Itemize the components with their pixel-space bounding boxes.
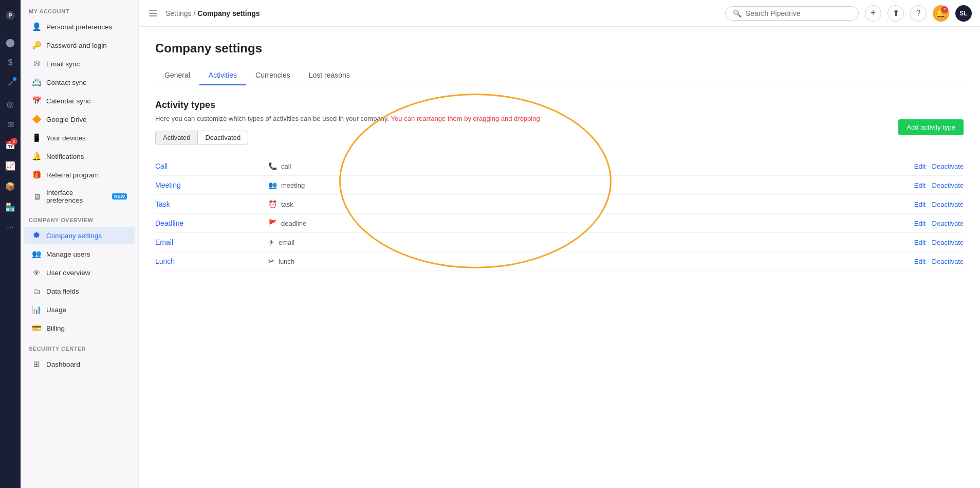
table-row: Call 📞 call Edit - Deactivate — [155, 157, 964, 176]
sidebar-label-notifications: Notifications — [46, 153, 84, 160]
sidebar-item-email-sync[interactable]: ✉ Email sync — [24, 55, 135, 73]
deactivate-deadline-link[interactable]: Deactivate — [932, 220, 964, 227]
activity-icon-email: ✈ email — [268, 238, 914, 246]
edit-call-link[interactable]: Edit — [914, 162, 926, 170]
sidebar-label-interface-preferences: Interface preferences — [46, 189, 105, 204]
contacts-icon[interactable]: ◎ — [1, 95, 20, 113]
sidebar-item-user-overview[interactable]: 👁 User overview — [24, 264, 135, 281]
company-overview-label: COMPANY OVERVIEW — [21, 209, 138, 226]
activity-name-email[interactable]: Email — [155, 238, 268, 246]
sidebar-label-google-drive: Google Drive — [46, 116, 87, 123]
sidebar-item-contact-sync[interactable]: 📇 Contact sync — [24, 74, 135, 91]
search-input[interactable] — [746, 9, 851, 17]
tab-general[interactable]: General — [155, 66, 199, 85]
activity-name-meeting[interactable]: Meeting — [155, 181, 268, 189]
sidebar-label-dashboard: Dashboard — [46, 360, 80, 368]
activity-name-lunch[interactable]: Lunch — [155, 257, 268, 265]
sidebar-item-data-fields[interactable]: 🗂 Data fields — [24, 282, 135, 300]
manage-users-icon: 👥 — [32, 249, 41, 259]
activity-actions-lunch: Edit - Deactivate — [914, 258, 964, 265]
sidebar-label-email-sync: Email sync — [46, 60, 80, 68]
hamburger-menu[interactable] — [147, 8, 159, 19]
notifications-button[interactable]: 🔔 2 — [933, 5, 949, 22]
sidebar: MY ACCOUNT 👤 Personal preferences 🔑 Pass… — [21, 0, 139, 488]
edit-email-link[interactable]: Edit — [914, 239, 926, 246]
tab-currencies[interactable]: Currencies — [246, 66, 300, 85]
search-box[interactable]: 🔍 — [725, 6, 859, 21]
logo-icon[interactable]: P — [1, 6, 20, 25]
page-title: Company settings — [155, 41, 964, 56]
sidebar-item-notifications[interactable]: 🔔 Notifications — [24, 148, 135, 165]
lunch-icon: ✂ — [268, 257, 274, 265]
toggle-deactivated[interactable]: Deactivated — [197, 131, 248, 144]
tab-lost-reasons[interactable]: Lost reasons — [300, 66, 359, 85]
meeting-icon: 👥 — [268, 181, 277, 189]
sidebar-item-usage[interactable]: 📊 Usage — [24, 301, 135, 318]
activity-name-deadline[interactable]: Deadline — [155, 219, 268, 227]
deactivate-meeting-link[interactable]: Deactivate — [932, 182, 964, 189]
table-row: Lunch ✂ lunch Edit - Deactivate — [155, 252, 964, 271]
tab-activities[interactable]: Activities — [199, 66, 246, 85]
sidebar-item-google-drive[interactable]: 🔶 Google Drive — [24, 111, 135, 128]
add-button[interactable]: + — [865, 5, 881, 22]
activity-icon-task: ⏰ task — [268, 200, 914, 208]
activity-icon-call: 📞 call — [268, 162, 914, 170]
activities-rail-icon[interactable]: ✓ — [1, 74, 20, 93]
edit-task-link[interactable]: Edit — [914, 201, 926, 208]
calendar-rail-icon[interactable]: 📅 2 — [1, 136, 20, 154]
avatar[interactable]: SL — [955, 5, 972, 22]
deactivate-task-link[interactable]: Deactivate — [932, 201, 964, 208]
sidebar-item-interface-preferences[interactable]: 🖥 Interface preferences NEW — [24, 185, 135, 208]
share-icon[interactable]: ⬆ — [887, 5, 904, 22]
deals-icon[interactable]: $ — [1, 53, 20, 72]
my-account-label: MY ACCOUNT — [21, 0, 138, 17]
home-icon[interactable]: ⬤ — [1, 33, 20, 51]
activity-icon-label-email: email — [279, 239, 294, 246]
sidebar-item-personal-preferences[interactable]: 👤 Personal preferences — [24, 18, 135, 35]
main-area: Settings / Company settings 🔍 + ⬆ ? 🔔 2 … — [139, 0, 980, 488]
activity-icon-deadline: 🚩 deadline — [268, 219, 914, 227]
deactivate-lunch-link[interactable]: Deactivate — [932, 258, 964, 265]
sidebar-item-calendar-sync[interactable]: 📅 Calendar sync — [24, 92, 135, 110]
activity-name-task[interactable]: Task — [155, 200, 268, 208]
dashboard-icon: ⊞ — [32, 359, 41, 369]
sidebar-item-manage-users[interactable]: 👥 Manage users — [24, 245, 135, 263]
call-icon: 📞 — [268, 162, 277, 170]
deactivate-email-link[interactable]: Deactivate — [932, 239, 964, 246]
sidebar-item-password-login[interactable]: 🔑 Password and login — [24, 37, 135, 54]
toggle-activated[interactable]: Activated — [155, 131, 197, 144]
activity-types-desc-text: Here you can customize which types of ac… — [155, 115, 389, 122]
help-icon[interactable]: ? — [910, 5, 927, 22]
edit-meeting-link[interactable]: Edit — [914, 182, 926, 189]
sidebar-label-contact-sync: Contact sync — [46, 79, 86, 86]
sidebar-item-billing[interactable]: 💳 Billing — [24, 319, 135, 337]
breadcrumb-base: Settings — [165, 9, 192, 17]
content-area: Company settings General Activities Curr… — [139, 27, 980, 488]
more-icon[interactable]: ··· — [1, 218, 20, 237]
tabs: General Activities Currencies Lost reaso… — [155, 66, 964, 85]
sidebar-label-referral-program: Referral program — [46, 171, 99, 179]
sidebar-item-your-devices[interactable]: 📱 Your devices — [24, 129, 135, 147]
rearrange-link[interactable]: You can rearrange them by dragging and d… — [391, 115, 540, 122]
add-activity-type-button[interactable]: Add activity type — [898, 119, 964, 135]
edit-lunch-link[interactable]: Edit — [914, 258, 926, 265]
sidebar-item-dashboard[interactable]: ⊞ Dashboard — [24, 355, 135, 373]
activity-actions-call: Edit - Deactivate — [914, 162, 964, 170]
sidebar-item-company-settings[interactable]: Company settings — [24, 227, 135, 244]
google-drive-icon: 🔶 — [32, 115, 41, 124]
mail-icon[interactable]: ✉ — [1, 115, 20, 134]
activity-icon-label-task: task — [281, 201, 293, 208]
sidebar-label-manage-users: Manage users — [46, 250, 90, 258]
email-activity-icon: ✈ — [268, 238, 274, 246]
marketplace-icon[interactable]: 🏪 — [1, 197, 20, 216]
sidebar-item-referral-program[interactable]: 🎁 Referral program — [24, 166, 135, 184]
activity-icon-lunch: ✂ lunch — [268, 257, 914, 265]
sidebar-label-usage: Usage — [46, 306, 66, 314]
deactivate-call-link[interactable]: Deactivate — [932, 162, 964, 170]
sidebar-label-your-devices: Your devices — [46, 134, 86, 142]
products-icon[interactable]: 📦 — [1, 177, 20, 195]
activity-name-call[interactable]: Call — [155, 162, 268, 170]
reports-icon[interactable]: 📈 — [1, 156, 20, 175]
edit-deadline-link[interactable]: Edit — [914, 220, 926, 227]
calendar-badge: 2 — [10, 138, 17, 145]
